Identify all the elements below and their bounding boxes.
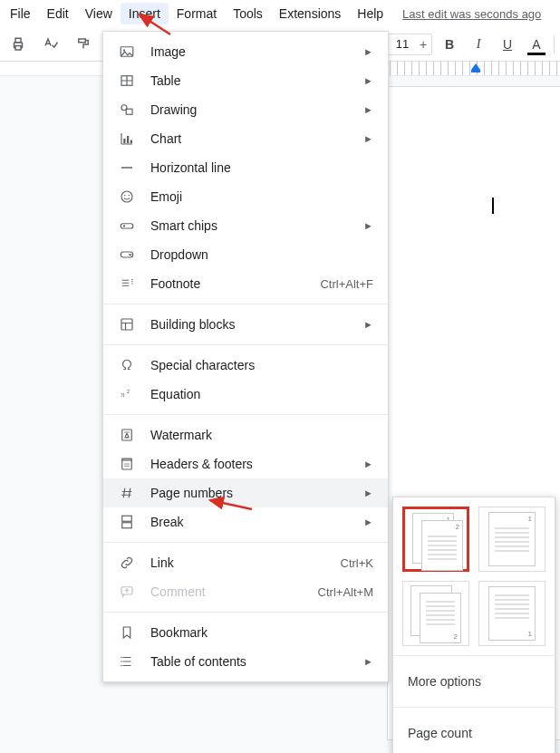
menu-item-image[interactable]: Image► bbox=[103, 37, 388, 66]
menu-separator bbox=[103, 344, 388, 345]
page-number-header-stack[interactable]: 1 2 bbox=[402, 507, 469, 572]
menu-item-label: Drawing bbox=[150, 102, 363, 117]
menu-item-link[interactable]: LinkCtrl+K bbox=[103, 548, 388, 577]
menu-item-chart[interactable]: Chart► bbox=[103, 124, 388, 153]
paint-format-icon[interactable] bbox=[71, 32, 96, 57]
menu-item-drawing[interactable]: Drawing► bbox=[103, 95, 388, 124]
page-count-item[interactable]: Page count bbox=[402, 717, 546, 749]
menu-item-label: Dropdown bbox=[150, 247, 373, 262]
menu-format[interactable]: Format bbox=[169, 3, 225, 24]
menu-insert[interactable]: Insert bbox=[121, 3, 169, 24]
spellcheck-icon[interactable] bbox=[38, 32, 63, 57]
svg-rect-24 bbox=[122, 516, 132, 521]
page-number-footer-stack[interactable]: 1 2 bbox=[402, 581, 469, 646]
svg-rect-1 bbox=[15, 38, 21, 43]
menu-tools[interactable]: Tools bbox=[225, 3, 271, 24]
font-size-value[interactable]: 11 bbox=[390, 37, 415, 51]
emoji-icon bbox=[116, 186, 138, 208]
table-icon bbox=[116, 70, 138, 92]
menu-item-shortcut: Ctrl+Alt+F bbox=[320, 277, 373, 291]
submenu-separator bbox=[393, 655, 555, 656]
menu-separator bbox=[103, 612, 388, 613]
svg-text:2: 2 bbox=[127, 389, 130, 394]
page-number-footer-single[interactable]: 1 bbox=[478, 581, 546, 646]
svg-point-29 bbox=[121, 665, 122, 667]
italic-button[interactable]: I bbox=[467, 33, 490, 56]
menu-item-label: Building blocks bbox=[150, 317, 363, 332]
menu-help[interactable]: Help bbox=[349, 3, 391, 24]
toc-icon bbox=[116, 651, 138, 672]
menu-item-label: Image bbox=[150, 44, 363, 59]
menu-item-comment: CommentCtrl+Alt+M bbox=[103, 577, 388, 606]
menu-edit[interactable]: Edit bbox=[39, 3, 77, 24]
menu-item-break[interactable]: Break► bbox=[103, 507, 388, 536]
submenu-arrow-icon: ► bbox=[363, 459, 373, 469]
svg-point-14 bbox=[129, 195, 130, 197]
menu-item-dropdown[interactable]: Dropdown bbox=[103, 240, 388, 269]
svg-point-12 bbox=[121, 191, 132, 202]
menu-item-equation[interactable]: π2Equation bbox=[103, 380, 388, 409]
menu-item-bookmark[interactable]: Bookmark bbox=[103, 618, 388, 647]
more-options-item[interactable]: More options bbox=[402, 665, 546, 698]
hash-icon bbox=[116, 482, 138, 504]
menu-item-headersfooters[interactable]: Headers & footers► bbox=[103, 449, 388, 478]
svg-rect-21 bbox=[122, 430, 132, 440]
image-icon bbox=[116, 41, 138, 63]
menu-item-label: Headers & footers bbox=[150, 457, 363, 471]
ruler-indent-marker[interactable] bbox=[471, 63, 480, 70]
bold-button[interactable]: B bbox=[438, 33, 461, 56]
submenu-arrow-icon: ► bbox=[363, 516, 373, 527]
footnote-icon bbox=[116, 273, 138, 294]
menu-item-smartchips[interactable]: Smart chips► bbox=[103, 211, 388, 240]
menu-view[interactable]: View bbox=[77, 3, 121, 24]
menu-item-pagenumbers[interactable]: Page numbers► bbox=[103, 478, 388, 507]
menu-item-toc[interactable]: Table of contents► bbox=[103, 647, 388, 676]
menu-separator bbox=[103, 414, 388, 415]
underline-button[interactable]: U bbox=[496, 33, 519, 56]
menu-item-emoji[interactable]: Emoji bbox=[103, 182, 388, 211]
equation-icon: π2 bbox=[116, 383, 138, 405]
menu-item-label: Break bbox=[150, 515, 363, 529]
text-cursor bbox=[492, 198, 494, 214]
menu-item-label: Link bbox=[150, 555, 341, 570]
submenu-separator bbox=[393, 707, 555, 708]
buildingblocks-icon bbox=[116, 314, 138, 335]
svg-rect-15 bbox=[121, 224, 133, 228]
menu-item-hr[interactable]: Horizontal line bbox=[103, 153, 388, 182]
watermark-icon bbox=[116, 424, 138, 446]
insert-menu-dropdown: Image►Table►Drawing►Chart►Horizontal lin… bbox=[102, 31, 389, 682]
link-icon bbox=[116, 552, 138, 574]
page-number-header-single[interactable]: 1 bbox=[478, 507, 546, 572]
menu-item-label: Footnote bbox=[150, 276, 320, 291]
menu-item-label: Horizontal line bbox=[150, 160, 373, 175]
menu-item-label: Table of contents bbox=[150, 654, 363, 669]
submenu-arrow-icon: ► bbox=[363, 46, 373, 57]
svg-point-16 bbox=[123, 225, 125, 227]
svg-rect-10 bbox=[130, 140, 132, 144]
menu-item-label: Equation bbox=[150, 387, 373, 401]
menu-item-watermark[interactable]: Watermark bbox=[103, 420, 388, 449]
menu-item-label: Smart chips bbox=[150, 218, 363, 233]
print-icon[interactable] bbox=[5, 32, 31, 57]
chart-icon bbox=[116, 128, 138, 150]
text-color-button[interactable]: A bbox=[525, 33, 548, 56]
menu-item-specialchars[interactable]: Special characters bbox=[103, 351, 388, 380]
menu-item-footnote[interactable]: FootnoteCtrl+Alt+F bbox=[103, 269, 388, 298]
menu-extensions[interactable]: Extensions bbox=[271, 3, 349, 24]
menu-item-label: Special characters bbox=[150, 358, 373, 372]
menu-separator bbox=[103, 542, 388, 543]
menu-file[interactable]: File bbox=[2, 3, 39, 24]
bookmark-icon bbox=[116, 622, 138, 643]
svg-rect-8 bbox=[123, 139, 125, 143]
submenu-arrow-icon: ► bbox=[363, 656, 373, 667]
menubar: File Edit View Insert Format Tools Exten… bbox=[0, 0, 560, 27]
svg-rect-2 bbox=[15, 45, 21, 50]
hr-icon bbox=[116, 157, 138, 179]
svg-rect-23 bbox=[122, 459, 132, 461]
font-size-increase[interactable]: + bbox=[415, 34, 431, 54]
menu-item-label: Bookmark bbox=[150, 625, 373, 640]
menu-item-label: Page numbers bbox=[150, 486, 363, 500]
last-edit-link[interactable]: Last edit was seconds ago bbox=[402, 7, 541, 21]
menu-item-buildingblocks[interactable]: Building blocks► bbox=[103, 310, 388, 339]
menu-item-table[interactable]: Table► bbox=[103, 66, 388, 95]
